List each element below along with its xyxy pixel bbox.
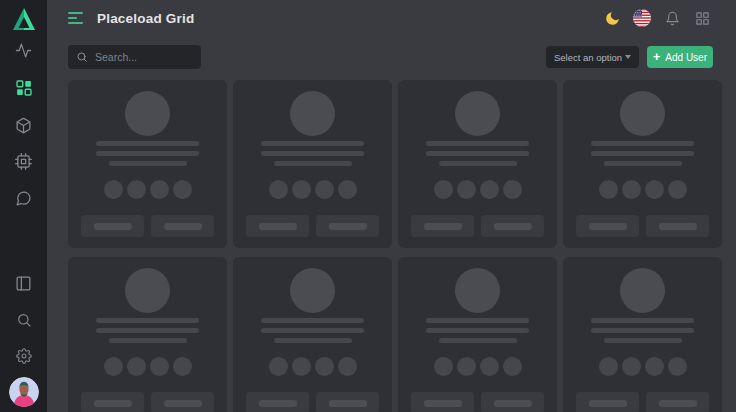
dot-placeholder	[434, 357, 453, 376]
theme-toggle[interactable]	[603, 9, 621, 27]
app-logo[interactable]	[8, 3, 40, 35]
box-icon	[15, 117, 32, 134]
add-user-button[interactable]: + Add User	[647, 46, 713, 68]
dot-placeholder	[457, 357, 476, 376]
sidebar-item-settings[interactable]	[8, 340, 40, 372]
avatar-placeholder	[455, 268, 500, 313]
sidebar-item-messages[interactable]	[8, 182, 40, 214]
button-label-placeholder	[329, 223, 367, 230]
placeload-card	[398, 257, 557, 412]
menu-toggle[interactable]	[68, 12, 83, 24]
dot-placeholder	[434, 180, 453, 199]
line-placeholder	[96, 151, 199, 156]
button-label-placeholder	[589, 223, 627, 230]
dot-placeholder	[645, 180, 664, 199]
sidebar-item-activity[interactable]	[8, 34, 40, 66]
buttons-row	[411, 392, 544, 412]
avatar-placeholder	[290, 91, 335, 136]
buttons-row	[81, 215, 214, 237]
button-label-placeholder	[329, 400, 367, 407]
dots-row	[104, 357, 192, 376]
notifications-button[interactable]	[663, 9, 681, 27]
button-placeholder	[316, 392, 379, 412]
user-avatar[interactable]	[8, 376, 40, 408]
line-placeholder	[261, 141, 364, 146]
button-label-placeholder	[94, 400, 132, 407]
button-placeholder	[646, 215, 709, 237]
dots-row	[269, 180, 357, 199]
line-placeholder	[261, 328, 364, 333]
dot-placeholder	[315, 180, 334, 199]
button-label-placeholder	[164, 400, 202, 407]
button-label-placeholder	[259, 223, 297, 230]
line-placeholder	[591, 151, 694, 156]
dot-placeholder	[104, 180, 123, 199]
button-label-placeholder	[424, 400, 462, 407]
toolbar-actions: Select an option + Add User	[546, 46, 713, 68]
button-placeholder	[411, 215, 474, 237]
dot-placeholder	[173, 357, 192, 376]
dot-placeholder	[292, 357, 311, 376]
button-placeholder	[81, 215, 144, 237]
search-icon	[16, 312, 32, 328]
dots-row	[599, 357, 687, 376]
dots-row	[434, 180, 522, 199]
button-placeholder	[246, 215, 309, 237]
line-placeholder-short	[604, 338, 682, 343]
dot-placeholder	[150, 180, 169, 199]
sidebar-item-grid-active[interactable]	[8, 72, 40, 104]
dot-placeholder	[599, 357, 618, 376]
sidebar-item-panel-toggle[interactable]	[8, 267, 40, 299]
placeload-card	[233, 257, 392, 412]
placeload-card	[68, 80, 227, 248]
button-placeholder	[481, 392, 544, 412]
plus-icon: +	[653, 51, 660, 64]
sidebar-item-cpu[interactable]	[8, 145, 40, 177]
cpu-icon	[15, 153, 32, 170]
dot-placeholder	[480, 180, 499, 199]
search-input[interactable]	[95, 51, 193, 63]
dot-placeholder	[150, 357, 169, 376]
button-placeholder	[411, 392, 474, 412]
buttons-row	[81, 392, 214, 412]
line-placeholder-short	[439, 338, 517, 343]
button-placeholder	[246, 392, 309, 412]
dot-placeholder	[622, 180, 641, 199]
gear-icon	[16, 348, 32, 364]
sidebar-item-search[interactable]	[8, 304, 40, 336]
language-picker[interactable]	[633, 9, 651, 27]
bell-icon	[665, 11, 680, 26]
line-placeholder-short	[274, 338, 352, 343]
dot-placeholder	[599, 180, 618, 199]
line-placeholder	[426, 151, 529, 156]
line-placeholder	[426, 328, 529, 333]
us-flag-icon	[633, 9, 651, 27]
chat-bubble-icon	[15, 190, 32, 207]
buttons-row	[246, 392, 379, 412]
button-placeholder	[576, 392, 639, 412]
filter-select-value: Select an option	[554, 52, 622, 63]
placeload-card	[398, 80, 557, 248]
dot-placeholder	[668, 357, 687, 376]
apps-menu-button[interactable]	[693, 9, 711, 27]
search-box[interactable]	[68, 45, 201, 69]
toolbar: Select an option + Add User	[47, 45, 736, 69]
avatar-placeholder	[125, 91, 170, 136]
button-placeholder	[81, 392, 144, 412]
dots-row	[104, 180, 192, 199]
filter-select[interactable]: Select an option	[546, 46, 639, 68]
chevron-down-icon	[625, 55, 631, 59]
line-placeholder-short	[604, 161, 682, 166]
line-placeholder	[96, 328, 199, 333]
line-placeholder	[591, 328, 694, 333]
line-placeholder-short	[274, 161, 352, 166]
dot-placeholder	[645, 357, 664, 376]
activity-icon	[15, 42, 32, 59]
dot-placeholder	[503, 357, 522, 376]
line-placeholder	[591, 141, 694, 146]
dot-placeholder	[457, 180, 476, 199]
button-placeholder	[576, 215, 639, 237]
sidebar-item-box[interactable]	[8, 109, 40, 141]
line-placeholder	[96, 318, 199, 323]
button-label-placeholder	[94, 223, 132, 230]
